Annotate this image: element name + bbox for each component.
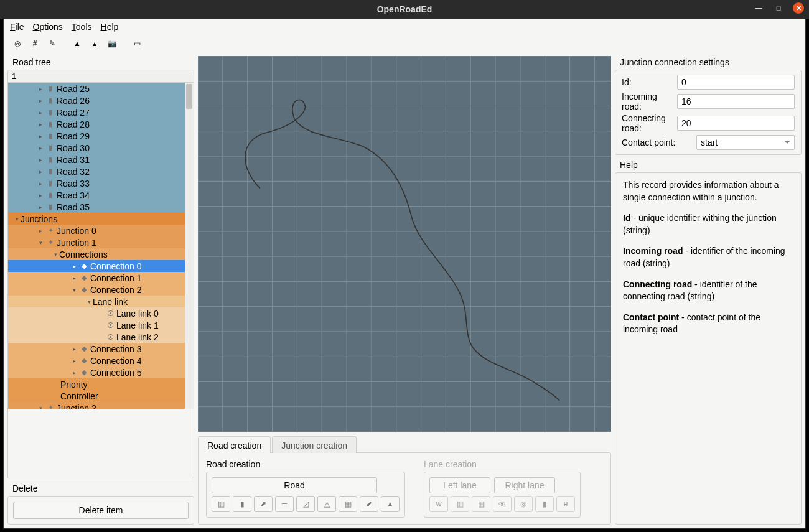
- contact-label: Contact point:: [622, 138, 696, 147]
- contact-point-select[interactable]: start: [696, 135, 795, 150]
- road-icon: ▮: [46, 96, 55, 105]
- help-box: This record provides information about a…: [615, 172, 802, 525]
- lane-tool-1-icon: w: [429, 496, 448, 512]
- incoming-road-input[interactable]: [677, 94, 795, 109]
- tree-lanelink[interactable]: ⦿Lane link 1: [8, 319, 194, 331]
- road-icon: ▮: [46, 132, 55, 140]
- lanelink-icon: ⦿: [106, 322, 115, 329]
- menu-tools[interactable]: Tools: [72, 22, 92, 32]
- tree-junction[interactable]: ▸✦Junction 0: [8, 225, 194, 236]
- settings-title: Junction connection settings: [620, 57, 802, 67]
- lane-tool-3-icon: ▦: [472, 496, 490, 512]
- tree-road[interactable]: ▸▮Road 26: [8, 95, 194, 106]
- tree-road[interactable]: ▸▮Road 30: [8, 142, 194, 154]
- tab-junction-creation[interactable]: Junction creation: [272, 436, 357, 453]
- tree-road[interactable]: ▸▮Road 29: [8, 130, 194, 142]
- connection-icon: ◆: [80, 357, 88, 365]
- tree-junction[interactable]: ▾✦Junction 1: [8, 236, 194, 248]
- close-button[interactable]: ✕: [793, 2, 804, 14]
- lane-tool-6-icon: ▮: [535, 496, 554, 512]
- help-intro: This record provides information about a…: [623, 179, 793, 203]
- road-icon: ▮: [46, 203, 55, 211]
- connection-icon: ◆: [80, 368, 88, 376]
- road-icon: ▮: [46, 167, 55, 175]
- tree-lanelink[interactable]: ⦿Lane link 0: [8, 307, 194, 319]
- tool-landscape-up-icon[interactable]: ▴: [87, 37, 102, 50]
- tree-road[interactable]: ▸▮Road 35: [8, 201, 194, 213]
- toolbar: ◎ # ✎ ▲ ▴ 📷 ▭: [4, 35, 805, 52]
- tree-header[interactable]: 1: [8, 70, 194, 83]
- tree-junctions[interactable]: ▾Junctions: [8, 213, 194, 225]
- tree-connection[interactable]: ▸◆Connection 1: [8, 272, 194, 284]
- road-tree[interactable]: ▸▮Road 25 ▸▮Road 26 ▸▮Road 27 ▸▮Road 28 …: [8, 83, 194, 409]
- tree-road[interactable]: ▸▮Road 32: [8, 166, 194, 177]
- tree-connection-selected[interactable]: ▸◆Connection 0: [8, 260, 194, 272]
- menu-bar: File Options Tools Help: [4, 19, 805, 35]
- menu-help[interactable]: Help: [101, 22, 119, 32]
- delete-item-button[interactable]: Delete item: [13, 502, 189, 519]
- road-tool-9-icon[interactable]: ▲: [381, 496, 400, 512]
- tool-marker-icon[interactable]: ✎: [45, 37, 60, 50]
- id-input[interactable]: [677, 75, 795, 90]
- tree-lanelink[interactable]: ⦿Lane link 2: [8, 331, 194, 343]
- help-title: Help: [620, 160, 802, 170]
- road-tool-3-icon[interactable]: ⬈: [254, 496, 273, 512]
- tree-priority[interactable]: Priority: [8, 378, 194, 390]
- lane-tool-2-icon: ▥: [451, 496, 469, 512]
- tree-road[interactable]: ▸▮Road 34: [8, 189, 194, 201]
- tree-scrollbar[interactable]: [185, 83, 194, 409]
- road-icon: ▮: [46, 120, 55, 128]
- menu-options[interactable]: Options: [33, 22, 63, 32]
- road-tree-label: Road tree: [12, 57, 194, 67]
- minimize-button[interactable]: —: [753, 2, 764, 14]
- tool-layout-icon[interactable]: ▭: [129, 37, 144, 50]
- road-button[interactable]: Road: [212, 477, 377, 493]
- tree-road[interactable]: ▸▮Road 27: [8, 106, 194, 118]
- tool-landscape-icon[interactable]: ▲: [70, 37, 85, 50]
- tree-lanelink-group[interactable]: ▾Lane link: [8, 296, 194, 307]
- lanelink-icon: ⦿: [106, 310, 115, 317]
- maximize-button[interactable]: □: [773, 2, 784, 14]
- connection-icon: ◆: [80, 262, 88, 270]
- tree-road[interactable]: ▸▮Road 25: [8, 83, 194, 95]
- tool-target-icon[interactable]: ◎: [10, 37, 25, 50]
- tree-junction[interactable]: ▾✦Junction 2: [8, 402, 194, 409]
- lane-creation-label: Lane creation: [424, 459, 581, 469]
- junction-icon: ✦: [46, 238, 55, 246]
- id-label: Id:: [622, 77, 677, 87]
- tool-camera-icon[interactable]: 📷: [105, 37, 119, 50]
- road-tool-4-icon[interactable]: ═: [275, 496, 294, 512]
- tree-road[interactable]: ▸▮Road 28: [8, 118, 194, 130]
- tab-road-creation[interactable]: Road creation: [198, 436, 271, 453]
- road-creation-section: Road creation Road ▥ ▮ ⬈ ═ ◿ △ ▦: [206, 459, 405, 518]
- right-lane-button: Right lane: [494, 477, 555, 493]
- tree-connection[interactable]: ▾◆Connection 2: [8, 284, 194, 296]
- menu-file[interactable]: File: [10, 22, 24, 32]
- tree-connection[interactable]: ▸◆Connection 3: [8, 343, 194, 355]
- title-bar: OpenRoadEd — □ ✕: [0, 0, 809, 19]
- lane-tool-5-icon: ◎: [514, 496, 533, 512]
- delete-label: Delete: [12, 483, 194, 493]
- tree-connection[interactable]: ▸◆Connection 4: [8, 355, 194, 366]
- viewport-canvas[interactable]: [198, 56, 611, 432]
- road-icon: ▮: [46, 191, 55, 199]
- tree-connections[interactable]: ▾Connections: [8, 248, 194, 260]
- lanelink-icon: ⦿: [106, 334, 115, 341]
- road-tool-8-icon[interactable]: ⬋: [360, 496, 378, 512]
- road-tool-5-icon[interactable]: ◿: [296, 496, 315, 512]
- tree-connection[interactable]: ▸◆Connection 5: [8, 366, 194, 378]
- road-tool-1-icon[interactable]: ▥: [212, 496, 230, 512]
- tree-road[interactable]: ▸▮Road 33: [8, 177, 194, 189]
- left-lane-button: Left lane: [429, 477, 490, 493]
- tool-grid-icon[interactable]: #: [27, 37, 42, 50]
- road-icon: ▮: [46, 144, 55, 152]
- road-tool-7-icon[interactable]: ▦: [339, 496, 357, 512]
- tree-road[interactable]: ▸▮Road 31: [8, 154, 194, 166]
- road-tool-6-icon[interactable]: △: [317, 496, 336, 512]
- road-tool-2-icon[interactable]: ▮: [233, 496, 251, 512]
- tree-controller[interactable]: Controller: [8, 390, 194, 402]
- connection-icon: ◆: [80, 345, 88, 353]
- connection-icon: ◆: [80, 286, 88, 294]
- road-icon: ▮: [46, 85, 55, 93]
- connecting-road-input[interactable]: [677, 116, 795, 131]
